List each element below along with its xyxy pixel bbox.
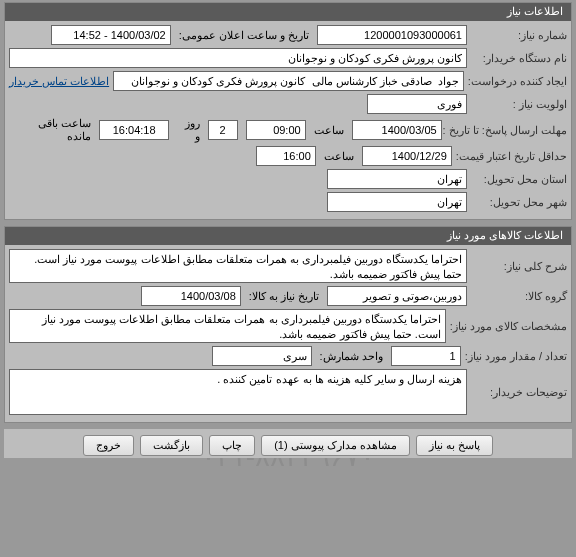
min-valid-label: حداقل تاریخ اعتبار قیمت:: [456, 150, 567, 163]
days-and-label: روز و: [173, 117, 204, 143]
creator-field[interactable]: [113, 71, 464, 91]
deadline-time-field[interactable]: [246, 120, 306, 140]
remaining-time-field[interactable]: [99, 120, 169, 140]
priority-field[interactable]: [367, 94, 467, 114]
min-valid-time-field[interactable]: [256, 146, 316, 166]
city-field[interactable]: [327, 192, 467, 212]
goods-info-header: اطلاعات کالاهای مورد نیاز: [5, 227, 571, 245]
deadline-date-field[interactable]: [352, 120, 442, 140]
group-label: گروه کالا:: [471, 290, 567, 303]
notes-field[interactable]: [9, 369, 467, 415]
unit-field[interactable]: [212, 346, 312, 366]
notes-label: توضیحات خریدار:: [471, 386, 567, 399]
city-label: شهر محل تحویل:: [471, 196, 567, 209]
spec-label: مشخصات کالای مورد نیاز:: [450, 320, 567, 333]
main-desc-label: شرح کلی نیاز:: [471, 260, 567, 273]
need-date-field[interactable]: [141, 286, 241, 306]
print-button[interactable]: چاپ: [209, 435, 255, 456]
org-field[interactable]: [9, 48, 467, 68]
min-valid-time-label: ساعت: [320, 150, 358, 163]
qty-field[interactable]: [391, 346, 461, 366]
back-button[interactable]: بازگشت: [140, 435, 203, 456]
request-no-label: شماره نیاز:: [471, 29, 567, 42]
need-info-header: اطلاعات نیاز: [5, 3, 571, 21]
buyer-contact-link[interactable]: اطلاعات تماس خریدار: [9, 75, 109, 88]
reply-deadline-label: مهلت ارسال پاسخ: تا تاریخ :: [446, 124, 567, 137]
action-button-bar: پاسخ به نیاز مشاهده مدارک پیوستی (1) چاپ…: [4, 429, 572, 458]
group-field[interactable]: [327, 286, 467, 306]
priority-label: اولویت نیاز :: [471, 98, 567, 111]
province-label: استان محل تحویل:: [471, 173, 567, 186]
public-datetime-field[interactable]: [51, 25, 171, 45]
province-field[interactable]: [327, 169, 467, 189]
spec-field[interactable]: [9, 309, 446, 343]
goods-info-panel: اطلاعات کالاهای مورد نیاز شرح کلی نیاز: …: [4, 226, 572, 423]
remaining-days-field[interactable]: [208, 120, 238, 140]
public-datetime-label: تاریخ و ساعت اعلان عمومی:: [175, 29, 313, 42]
exit-button[interactable]: خروج: [83, 435, 134, 456]
view-attachments-button[interactable]: مشاهده مدارک پیوستی (1): [261, 435, 410, 456]
request-no-field[interactable]: [317, 25, 467, 45]
org-label: نام دستگاه خریدار:: [471, 52, 567, 65]
reply-button[interactable]: پاسخ به نیاز: [416, 435, 493, 456]
need-info-panel: اطلاعات نیاز شماره نیاز: تاریخ و ساعت اع…: [4, 2, 572, 220]
creator-label: ایجاد کننده درخواست:: [468, 75, 567, 88]
need-date-label: تاریخ نیاز به کالا:: [245, 290, 323, 303]
min-valid-date-field[interactable]: [362, 146, 452, 166]
unit-label: واحد شمارش:: [316, 350, 387, 363]
remaining-label: ساعت باقی مانده: [9, 117, 95, 143]
deadline-time-label: ساعت: [310, 124, 348, 137]
qty-label: تعداد / مقدار مورد نیاز:: [465, 350, 567, 363]
main-desc-field[interactable]: [9, 249, 467, 283]
